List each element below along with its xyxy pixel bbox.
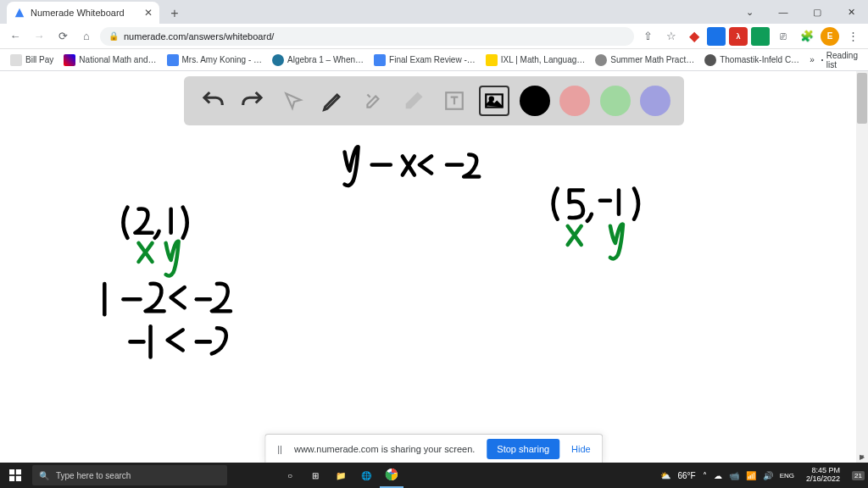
- edge-icon[interactable]: 🌐: [354, 463, 378, 488]
- cortana-icon[interactable]: ○: [278, 463, 302, 488]
- maximize-button[interactable]: ▢: [800, 0, 834, 24]
- new-tab-button[interactable]: +: [164, 3, 185, 24]
- color-red[interactable]: [559, 86, 590, 116]
- notifications-icon[interactable]: 21: [852, 471, 865, 480]
- window-controls: ⌄ — ▢ ✕: [732, 0, 868, 24]
- bookmark-bill-pay[interactable]: Bill Pay: [7, 53, 57, 68]
- windows-icon: [9, 469, 21, 481]
- back-button[interactable]: ←: [5, 26, 25, 47]
- task-view-icon[interactable]: ⊞: [303, 463, 327, 488]
- numerade-favicon-icon: [14, 7, 25, 19]
- tab-title: Numerade Whiteboard: [31, 8, 125, 18]
- wordpress-icon: [272, 54, 284, 66]
- close-window-button[interactable]: ✕: [834, 0, 868, 24]
- profile-avatar[interactable]: E: [821, 27, 839, 46]
- vertical-scrollbar[interactable]: ▲ ▼: [856, 71, 868, 463]
- bookmarks-overflow[interactable]: »: [806, 53, 818, 66]
- hide-share-bar-button[interactable]: Hide: [571, 444, 591, 454]
- start-button[interactable]: [0, 463, 31, 488]
- browser-menu-button[interactable]: ⋮: [843, 26, 863, 47]
- bookmark-label: Summer Math Pract…: [610, 55, 694, 64]
- bookmark-ixl[interactable]: IXL | Math, Languag…: [482, 53, 589, 68]
- eraser-tool[interactable]: [398, 86, 429, 116]
- file-explorer-icon[interactable]: 📁: [329, 463, 353, 488]
- bookmark-label: Final Exam Review -…: [389, 55, 476, 64]
- wifi-icon[interactable]: 📶: [746, 471, 756, 480]
- scroll-thumb[interactable]: [857, 73, 867, 124]
- address-bar: ← → ⟳ ⌂ 🔒 numerade.com/answers/whiteboar…: [0, 24, 868, 49]
- taskbar-search[interactable]: 🔍 Type here to search: [32, 465, 227, 485]
- bookmark-label: Mrs. Amy Koning - …: [182, 55, 262, 64]
- reading-list-button[interactable]: Reading list: [821, 51, 861, 69]
- extension-icon-3[interactable]: [751, 27, 770, 46]
- redo-button[interactable]: [237, 86, 268, 116]
- undo-button[interactable]: [198, 86, 228, 116]
- bookmark-amy-koning[interactable]: Mrs. Amy Koning - …: [164, 53, 265, 68]
- page-content: || www.numerade.com is sharing your scre…: [0, 71, 868, 463]
- pause-share-icon[interactable]: ||: [277, 444, 282, 454]
- bookmark-label: Algebra 1 – When…: [287, 55, 364, 64]
- tab-close-icon[interactable]: ✕: [144, 7, 153, 19]
- meet-now-icon[interactable]: 📹: [729, 471, 739, 480]
- color-black[interactable]: [520, 86, 550, 116]
- volume-icon[interactable]: 🔊: [763, 471, 773, 480]
- bookmark-label: National Math and…: [79, 55, 156, 64]
- weather-temp[interactable]: 66°F: [677, 471, 695, 480]
- extensions-puzzle-icon[interactable]: 🧩: [797, 26, 817, 47]
- minimize-button[interactable]: —: [766, 0, 800, 24]
- svg-rect-6: [9, 476, 14, 481]
- scroll-right-icon[interactable]: ▶: [856, 451, 868, 463]
- bookmark-star-icon[interactable]: ☆: [661, 26, 682, 47]
- bookmark-algebra1[interactable]: Algebra 1 – When…: [269, 53, 367, 68]
- lock-icon: 🔒: [108, 31, 119, 41]
- bookmark-summer-math[interactable]: Summer Math Pract…: [592, 53, 698, 68]
- tools-button[interactable]: [359, 86, 389, 116]
- share-message: www.numerade.com is sharing your screen.: [294, 444, 475, 454]
- bookmark-label: Thomastik-Infeld C…: [720, 55, 799, 64]
- forward-button[interactable]: →: [29, 26, 49, 47]
- onedrive-icon[interactable]: ☁: [714, 471, 722, 480]
- page-icon: [595, 54, 607, 66]
- bookmark-label: Bill Pay: [25, 55, 53, 64]
- globe-icon: [704, 54, 716, 66]
- browser-tab[interactable]: Numerade Whiteboard ✕: [7, 2, 159, 24]
- extension-icon-1[interactable]: ◆: [685, 27, 704, 46]
- image-tool[interactable]: [479, 86, 509, 116]
- extension-pdf-icon[interactable]: λ: [729, 27, 748, 46]
- screen-share-bar: || www.numerade.com is sharing your scre…: [264, 434, 603, 463]
- whiteboard-canvas[interactable]: [0, 71, 868, 463]
- color-purple[interactable]: [640, 86, 670, 116]
- reload-button[interactable]: ⟳: [53, 26, 73, 47]
- reading-list-icon: [821, 59, 823, 61]
- system-tray: ⛅ 66°F ˄ ☁ 📹 📶 🔊 ENG 8:45 PM 2/16/2022 2…: [660, 467, 868, 484]
- url-field[interactable]: 🔒 numerade.com/answers/whiteboard/: [100, 27, 634, 46]
- cast-icon[interactable]: ⎚: [773, 26, 793, 47]
- stop-sharing-button[interactable]: Stop sharing: [487, 439, 559, 459]
- tray-chevron-icon[interactable]: ˄: [703, 471, 707, 480]
- pen-tool[interactable]: [318, 86, 348, 116]
- language-icon[interactable]: ENG: [780, 472, 794, 480]
- bookmark-thomastik[interactable]: Thomastik-Infeld C…: [701, 53, 803, 68]
- svg-marker-0: [15, 8, 25, 18]
- page-icon: [374, 54, 386, 66]
- browser-tabstrip: Numerade Whiteboard ✕ + ⌄ — ▢ ✕: [0, 0, 868, 24]
- color-green[interactable]: [600, 86, 631, 116]
- bookmarks-bar: Bill Pay National Math and… Mrs. Amy Kon…: [0, 49, 868, 71]
- bookmark-label: IXL | Math, Languag…: [501, 55, 586, 64]
- chrome-icon[interactable]: [380, 463, 403, 488]
- clock-date: 2/16/2022: [806, 475, 840, 484]
- extension-icon-2[interactable]: [707, 27, 726, 46]
- page-icon: [167, 54, 179, 66]
- text-tool[interactable]: [439, 86, 470, 116]
- bookmark-final-exam[interactable]: Final Exam Review -…: [370, 53, 479, 68]
- windows-taskbar: 🔍 Type here to search ○ ⊞ 📁 🌐 ⛅ 66°F ˄ ☁…: [0, 463, 868, 488]
- home-button[interactable]: ⌂: [76, 26, 97, 47]
- share-icon[interactable]: ⇧: [637, 26, 658, 47]
- pointer-tool[interactable]: [278, 86, 309, 116]
- chevron-down-icon[interactable]: ⌄: [732, 0, 766, 24]
- taskbar-clock[interactable]: 8:45 PM 2/16/2022: [801, 467, 845, 484]
- weather-icon[interactable]: ⛅: [660, 471, 670, 480]
- bookmark-national-math[interactable]: National Math and…: [60, 53, 159, 68]
- whiteboard-toolbar: [184, 76, 684, 125]
- svg-rect-7: [16, 476, 21, 481]
